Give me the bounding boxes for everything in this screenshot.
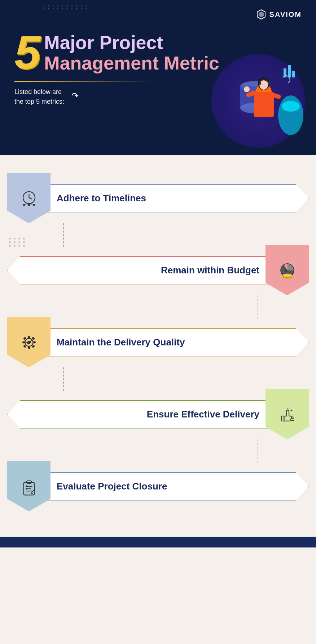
svg-text:$: $ — [285, 268, 287, 273]
svg-rect-36 — [33, 341, 35, 343]
metric-item-1: Adhere to Timelines — [7, 173, 309, 223]
metric-label-3: Maintain the Delivery Quality — [45, 328, 309, 357]
pie-money-icon: $ — [277, 260, 297, 280]
title-text: Major Project Management Metric — [44, 29, 219, 73]
logo: SAVIOM — [256, 9, 302, 20]
svg-rect-52 — [26, 485, 27, 487]
connector-4 — [258, 439, 258, 463]
thumbs-up-icon: ✦ ✦ — [277, 404, 297, 424]
metric-label-1: Adhere to Timelines — [45, 184, 309, 213]
title-line2: Management Metric — [44, 53, 219, 73]
subtitle-area: Listed below arethe top 5 metrics: ↷ — [14, 87, 302, 107]
header-content: 5 Major Project Management Metric Listed… — [14, 29, 302, 107]
metric-label-2: Remain within Budget — [7, 256, 271, 285]
header: SAVIOM 5 Major Project Management Metric… — [0, 0, 316, 155]
title-line1: Major Project — [44, 32, 219, 53]
metric-item-2: $ Remain within Budget — [7, 245, 309, 295]
connector-2 — [258, 295, 258, 319]
content-area: Adhere to Timelines — [0, 155, 316, 529]
big-number: 5 — [14, 29, 40, 76]
svg-point-24 — [28, 204, 30, 206]
gear-check-icon — [19, 332, 39, 352]
gold-divider — [14, 81, 152, 82]
svg-text:✦: ✦ — [286, 406, 289, 410]
svg-point-30 — [282, 273, 292, 277]
metric-badge-2: $ — [265, 245, 309, 295]
dots-decoration — [43, 5, 88, 9]
subtitle-text: Listed below arethe top 5 metrics: — [14, 87, 64, 107]
metric-item-3: Maintain the Delivery Quality — [7, 317, 309, 367]
title-row: 5 Major Project Management Metric — [14, 29, 302, 76]
svg-rect-35 — [22, 341, 25, 343]
metric-badge-5 — [7, 461, 51, 511]
connector-3 — [63, 367, 64, 391]
metric-item-5: Evaluate Project Closure — [7, 461, 309, 511]
svg-marker-1 — [259, 12, 264, 17]
metric-badge-4: ✦ ✦ — [265, 389, 309, 439]
clock-icon — [19, 188, 39, 208]
logo-text: SAVIOM — [269, 10, 302, 19]
metric-badge-3 — [7, 317, 51, 367]
curved-arrow-icon: ↷ — [71, 91, 79, 101]
svg-text:✦: ✦ — [290, 409, 293, 412]
metric-label-5: Evaluate Project Closure — [45, 472, 309, 501]
svg-rect-34 — [28, 346, 30, 349]
metric-label-4: Ensure Effective Delivery — [7, 400, 271, 429]
svg-point-23 — [23, 204, 25, 206]
svg-rect-53 — [26, 488, 27, 489]
svg-point-25 — [33, 204, 35, 206]
connector-1 — [63, 223, 64, 247]
saviom-logo-icon — [256, 9, 267, 20]
metric-item-4: ✦ ✦ Ensure Effective Delivery — [7, 389, 309, 439]
footer — [0, 537, 316, 547]
svg-line-21 — [29, 197, 31, 199]
svg-rect-33 — [28, 336, 30, 338]
metric-badge-1 — [7, 173, 51, 223]
clipboard-icon — [19, 477, 39, 496]
